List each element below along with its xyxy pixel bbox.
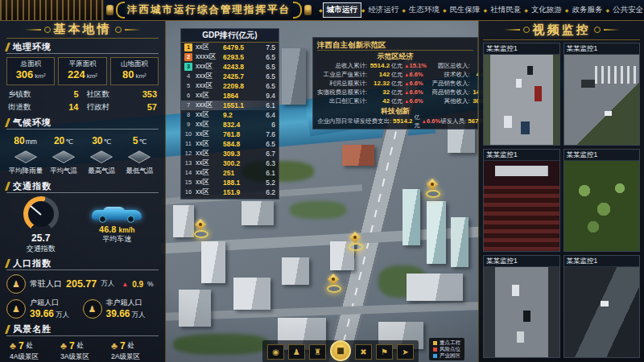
officer-icon[interactable]: ♜ xyxy=(309,344,326,360)
diamond-platform-icon xyxy=(90,150,113,163)
section-marker xyxy=(5,43,10,51)
map-pin-icon[interactable] xyxy=(425,179,440,198)
video-grid: 某某监控1 某某监控1 某某监控1 某某监控1 某某监控1 xyxy=(483,43,640,358)
video-feed-tile[interactable]: 某某监控1 xyxy=(564,255,641,358)
video-feed-tile[interactable]: 某某监控1 xyxy=(564,149,641,252)
section-climate: 气候环境 xyxy=(6,117,159,130)
person-icon: ♟ xyxy=(83,299,102,319)
rank-badge: 11 xyxy=(184,140,192,148)
economy-stat: 实缴税费总额累计: 32 亿元 ▲ 6.6% xyxy=(317,88,429,97)
video-feed-tile[interactable]: 某某监控1 xyxy=(483,255,560,358)
video-feed-image xyxy=(484,161,559,251)
page-title: 沣西城市运行综合管理指挥平台 xyxy=(127,3,291,17)
video-feed-image xyxy=(484,267,559,357)
nav-item[interactable]: 公共安全 xyxy=(609,3,644,17)
title-flourish xyxy=(523,27,530,33)
gdp-row[interactable]: 9 xx区 832.4 6 xyxy=(181,120,279,130)
gdp-row[interactable]: 13 xx区 300.2 6.3 xyxy=(181,158,279,168)
gdp-row[interactable]: 4 xxx区 2425.7 6.5 xyxy=(181,72,279,81)
video-feed-image xyxy=(564,267,640,357)
nav-item[interactable]: 政务服务 xyxy=(568,3,605,17)
video-feed-image xyxy=(564,55,640,145)
gdp-row[interactable]: 8 xx区 9.2 6.4 xyxy=(181,110,279,120)
gdp-row[interactable]: 14 xx区 251 6.1 xyxy=(181,168,279,178)
gdp-row[interactable]: 7 xxx区 1551.1 6.1 xyxy=(181,101,279,110)
section-marker xyxy=(5,259,10,268)
panel-title-basic-info: 基本地情 xyxy=(6,21,159,39)
gdp-row[interactable]: 2 xxxx区 6293.5 6.5 xyxy=(181,52,279,62)
nav-item[interactable]: 社情民意 xyxy=(487,3,524,17)
legend-swatch-icon xyxy=(433,341,437,345)
video-feed-tile[interactable]: 某某监控1 xyxy=(564,43,641,146)
title-flourish xyxy=(115,27,122,33)
video-feed-tile[interactable]: 某某监控1 xyxy=(483,149,560,252)
nav-item[interactable]: 民生保障 xyxy=(447,3,484,17)
scenic-stats: ♣ 7 处 4A级景区 ♣ 7 处 3A级景区 ♣ 7 处 xyxy=(6,340,159,362)
gdp-row[interactable]: 11 xx区 584.8 6.5 xyxy=(181,139,279,149)
tech-stats: 企业内部日常研发经费支出: 5514.2 亿元 ▲ 6.6% 研发人员: 567… xyxy=(317,117,473,125)
rank-badge: 8 xyxy=(184,111,192,119)
section-marker xyxy=(5,118,10,127)
map-pin-icon[interactable] xyxy=(193,219,208,238)
gdp-row[interactable]: 10 xx区 761.8 7.6 xyxy=(181,130,279,139)
section-geography: 地理环境 xyxy=(6,41,159,54)
title-flourish xyxy=(604,29,620,31)
nav-item[interactable]: 经济运行 xyxy=(365,3,402,17)
section-population: 人口指数 xyxy=(6,257,159,270)
building-icon[interactable]: ▦ xyxy=(330,340,351,361)
rank-badge: 9 xyxy=(184,121,192,129)
gdp-row[interactable]: 6 xx区 1864 9.4 xyxy=(181,91,279,101)
economy-stat: 利润总额累计: 12.32 亿元 ▲ 6.6% xyxy=(317,79,429,88)
map-pin-icon[interactable] xyxy=(326,274,341,293)
traffic-stats: 25.7 交通指数 46.8 km/h 平均车速 xyxy=(6,196,159,254)
climate-stat: 30℃ 最高气温 xyxy=(83,133,121,176)
gdp-row[interactable]: 3 xxx区 4243.8 6.5 xyxy=(181,62,279,72)
map-toolbar: ◉ ♟ ♜ ▦ ✖ ⚑ ➤ xyxy=(262,340,419,362)
car-icon xyxy=(92,207,142,223)
tools-icon[interactable]: ✖ xyxy=(355,344,372,360)
up-arrow-icon: ▲ xyxy=(122,281,128,288)
camera-icon[interactable]: ◉ xyxy=(267,344,284,360)
map-legend: 重点工程 风险点位 产业园区 xyxy=(429,338,464,360)
scenic-stat: ♣ 7 处 3A级景区 xyxy=(57,340,108,362)
innovation-panel-title: 沣西自主创新示范区 xyxy=(317,39,473,51)
nav-item[interactable]: 城市运行 xyxy=(323,2,361,18)
flag-icon[interactable]: ⚑ xyxy=(376,344,393,360)
count-stat: 行政村 57 xyxy=(85,101,159,113)
area-stats: 总面积 306km² 平原面积 224km² 山地面积 80km² xyxy=(6,57,159,85)
map-pin-icon[interactable] xyxy=(348,232,362,251)
innovation-zone-panel: 沣西自主创新示范区 示范区经济 总收入累计: 5514.2 亿元 ▲ 15.1%… xyxy=(312,37,478,130)
people-icon: ♟ xyxy=(6,274,26,294)
pin-dot xyxy=(353,236,357,239)
video-feed-tile[interactable]: 某某监控1 xyxy=(483,43,560,146)
gdp-row[interactable]: 15 xx区 188.1 5.2 xyxy=(181,178,279,187)
person-icon: ♟ xyxy=(6,299,26,319)
main-nav: ◆ 城市运行 ◆ 经济运行 ◆ 生态环境 ◆ 民生保障 ◆ 社情民意 ◆ 文化旅… xyxy=(314,2,644,18)
person-icon[interactable]: ♟ xyxy=(288,344,305,360)
gdp-row[interactable]: 5 xxx区 2209.8 6.5 xyxy=(181,81,279,91)
climate-stat: 5℃ 最低气温 xyxy=(121,133,159,176)
camera-label: 某某监控1 xyxy=(564,43,640,55)
count-stat: 乡镇数 5 xyxy=(6,88,80,100)
camera-label: 某某监控1 xyxy=(564,150,640,161)
title-flourish xyxy=(594,27,601,33)
camera-label: 某某监控1 xyxy=(484,150,559,161)
gdp-row[interactable]: 16 xx区 151.9 6.2 xyxy=(181,187,279,197)
legend-swatch-icon xyxy=(433,348,437,352)
compass-icon[interactable]: ➤ xyxy=(397,344,414,360)
gdp-row[interactable]: 1 xx区 6479.5 7.5 xyxy=(181,43,279,52)
scenic-stat: ♣ 7 处 4A级景区 xyxy=(6,340,57,362)
nav-item[interactable]: 文化旅游 xyxy=(528,3,565,17)
gdp-row[interactable]: 12 xx区 309.3 6.7 xyxy=(181,149,279,158)
pin-glow-ring xyxy=(194,230,208,238)
population-substat: ♟ 非户籍人口 39.66万人 xyxy=(83,298,159,320)
legend-item[interactable]: 产业园区 xyxy=(433,352,460,359)
corner-building-photo xyxy=(0,0,104,20)
climate-stat: 80mm 平均降雨量 xyxy=(6,133,44,176)
gauge-needle xyxy=(30,205,41,215)
area-stat-box: 总面积 306km² xyxy=(6,57,55,85)
rank-badge: 7 xyxy=(184,101,192,109)
climate-stats: 80mm 平均降雨量 20℃ 平均气温 30℃ 最高气温 5℃ 最低气温 xyxy=(6,133,159,176)
nav-item[interactable]: 生态环境 xyxy=(406,3,443,17)
rank-badge: 6 xyxy=(184,92,192,100)
